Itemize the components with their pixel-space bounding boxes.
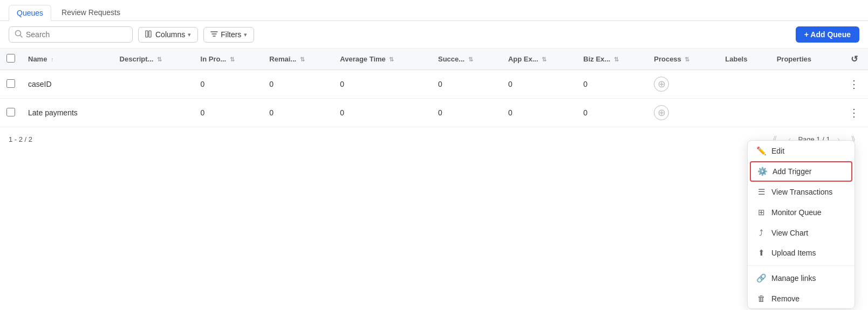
refresh-icon[interactable]: ↺ [851,54,858,64]
cell-in-progress: 0 [194,70,263,99]
cell-success: 0 [432,99,502,127]
search-input[interactable] [26,30,127,39]
search-box [9,26,133,43]
tab-queues[interactable]: Queues [9,5,51,21]
svg-rect-2 [146,31,148,37]
edit-icon: ✏️ [756,146,766,151]
pagination-range: 1 - 2 / 2 [9,135,32,143]
table-row: caseID 0 0 0 0 0 0 ⊕ ⋮ [0,70,868,99]
cell-name: caseID [22,70,113,99]
col-description[interactable]: Descript... ⇅ [113,49,194,70]
columns-label: Columns [155,30,185,39]
queues-table: Name ↑ Descript... ⇅ In Pro... ⇅ Remai..… [0,49,868,127]
tab-review-requests[interactable]: Review Requests [53,4,128,20]
sort-icon: ⇅ [468,56,473,63]
cell-average-time: 0 [333,70,432,99]
col-refresh[interactable]: ↺ [840,49,868,70]
cell-app-ex: 0 [502,70,577,99]
cell-remaining: 0 [263,99,333,127]
row-checkbox[interactable] [6,108,15,116]
context-menu: ✏️Edit⚙️Add Trigger☰View Transactions⊞Mo… [747,140,855,151]
menu-item-edit[interactable]: ✏️Edit [748,141,855,151]
process-add-icon[interactable]: ⊕ [654,105,669,120]
more-options-button[interactable]: ⋮ [846,107,862,118]
cell-description [113,99,194,127]
cell-process[interactable]: ⊕ [647,70,719,99]
cell-more[interactable]: ⋮ [840,99,868,127]
row-checkbox-cell[interactable] [0,70,22,99]
cell-success: 0 [432,70,502,99]
menu-item-label: Edit [771,147,784,151]
filters-label: Filters [221,30,241,39]
cell-description [113,70,194,99]
col-app-ex[interactable]: App Ex... ⇅ [502,49,577,70]
add-queue-button[interactable]: + Add Queue [796,26,859,43]
col-average-time[interactable]: Average Time ⇅ [333,49,432,70]
col-biz-ex[interactable]: Biz Ex... ⇅ [577,49,647,70]
svg-line-1 [20,36,23,38]
more-options-button[interactable]: ⋮ [846,79,862,89]
col-name[interactable]: Name ↑ [22,49,113,70]
sort-icon: ⇅ [300,56,305,63]
sort-icon: ⇅ [685,56,689,63]
sort-icon: ⇅ [230,56,235,63]
cell-process[interactable]: ⊕ [647,99,719,127]
columns-chevron-icon: ▾ [188,31,191,38]
select-all-header[interactable] [0,49,22,70]
cell-in-progress: 0 [194,99,263,127]
col-success[interactable]: Succe... ⇅ [432,49,502,70]
cell-labels [719,99,770,127]
tabs-bar: Queues Review Requests [0,0,868,21]
col-process[interactable]: Process ⇅ [647,49,719,70]
process-add-icon[interactable]: ⊕ [654,77,669,92]
cell-more[interactable]: ⋮ [840,70,868,99]
cell-app-ex: 0 [502,99,577,127]
cell-remaining: 0 [263,70,333,99]
filters-button[interactable]: Filters ▾ [203,27,254,43]
columns-icon [145,30,153,39]
filters-chevron-icon: ▾ [244,31,247,38]
sort-icon: ⇅ [614,56,619,63]
sort-asc-icon: ↑ [51,56,54,63]
toolbar: Columns ▾ Filters ▾ + Add Queue [0,21,868,49]
columns-button[interactable]: Columns ▾ [138,27,198,43]
col-remaining[interactable]: Remai... ⇅ [263,49,333,70]
cell-biz-ex: 0 [577,99,647,127]
svg-rect-3 [149,31,151,37]
table-header-row: Name ↑ Descript... ⇅ In Pro... ⇅ Remai..… [0,49,868,70]
cell-labels [719,70,770,99]
row-checkbox[interactable] [6,79,15,88]
table-row: Late payments 0 0 0 0 0 0 ⊕ ⋮ [0,99,868,127]
sort-icon: ⇅ [389,56,394,63]
pagination: 1 - 2 / 2 ⟪ ‹ Page 1 / 1 › ⟫ [0,127,868,151]
cell-name: Late payments [22,99,113,127]
cell-properties [770,70,840,99]
cell-properties [770,99,840,127]
col-properties: Properties [770,49,840,70]
cell-biz-ex: 0 [577,70,647,99]
cell-average-time: 0 [333,99,432,127]
search-icon [15,30,23,39]
sort-icon: ⇅ [542,56,546,63]
row-checkbox-cell[interactable] [0,99,22,127]
table-container: Name ↑ Descript... ⇅ In Pro... ⇅ Remai..… [0,49,868,127]
filters-icon [210,30,218,39]
col-labels: Labels [719,49,770,70]
col-in-progress[interactable]: In Pro... ⇅ [194,49,263,70]
select-all-checkbox[interactable] [6,54,15,63]
sort-icon: ⇅ [157,56,162,63]
